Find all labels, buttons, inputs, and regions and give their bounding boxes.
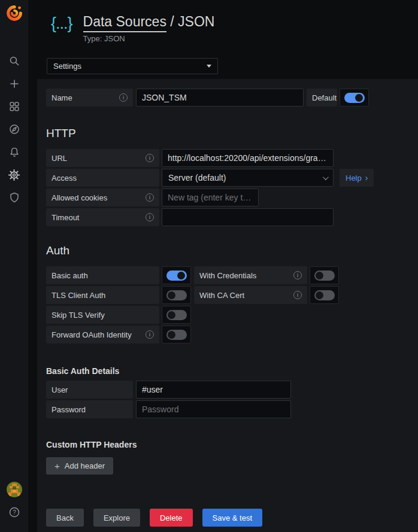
with-credentials-label: With Credentials i — [194, 266, 307, 284]
info-glyph: i — [297, 272, 298, 278]
explore-compass-icon[interactable] — [0, 123, 28, 135]
access-help-link[interactable]: Help › — [340, 169, 374, 187]
name-label: Name i — [46, 89, 133, 107]
skip-tls-verify-label-text: Skip TLS Verify — [52, 311, 105, 320]
form-row-tls-client-auth: TLS Client Auth With CA Cert i — [46, 286, 418, 304]
with-credentials-toggle[interactable] — [310, 266, 339, 284]
toggle-knob — [168, 311, 175, 319]
password-label: Password — [46, 400, 133, 418]
basic-auth-label: Basic auth — [46, 266, 159, 284]
tls-client-auth-toggle-pill — [166, 290, 187, 300]
access-select-value: Server (default) — [168, 173, 226, 183]
forward-oauth-label: Forward OAuth Identity i — [46, 326, 159, 343]
info-icon[interactable]: i — [293, 291, 302, 299]
toggle-knob — [355, 94, 363, 102]
help-icon[interactable]: ? — [0, 506, 28, 518]
breadcrumb-datasources-link[interactable]: Data Sources — [83, 14, 166, 32]
skip-tls-verify-toggle[interactable] — [162, 306, 191, 324]
tls-client-auth-label: TLS Client Auth — [46, 286, 159, 304]
name-label-text: Name — [52, 93, 72, 102]
default-toggle-pill — [344, 93, 365, 103]
url-label-text: URL — [52, 154, 67, 163]
with-ca-cert-toggle-pill — [314, 290, 335, 300]
default-label: Default — [307, 89, 337, 107]
info-glyph: i — [297, 292, 298, 298]
admin-shield-icon[interactable] — [0, 191, 28, 203]
skip-tls-verify-label: Skip TLS Verify — [46, 306, 159, 324]
info-icon[interactable]: i — [119, 93, 128, 102]
form-row-user: User — [46, 381, 418, 399]
form-row-skip-tls-verify: Skip TLS Verify — [46, 306, 418, 324]
add-header-button[interactable]: + Add header — [46, 457, 113, 475]
chevron-down-icon — [323, 174, 329, 180]
save-and-test-button[interactable]: Save & test — [202, 509, 262, 527]
toggle-knob — [168, 331, 175, 339]
basic-auth-toggle[interactable] — [162, 266, 191, 284]
plus-icon: + — [54, 461, 60, 471]
plus-icon[interactable] — [0, 78, 28, 90]
info-glyph: i — [123, 95, 124, 101]
info-icon[interactable]: i — [146, 154, 154, 162]
with-ca-cert-toggle[interactable] — [310, 286, 339, 304]
page-title: Data Sources / JSON — [83, 13, 215, 30]
access-label: Access — [46, 169, 159, 187]
add-header-button-label: Add header — [65, 461, 105, 470]
form-row-forward-oauth: Forward OAuth Identity i — [46, 326, 418, 343]
form-row-url: URL i — [46, 149, 418, 167]
info-glyph: i — [149, 332, 150, 338]
name-input[interactable] — [136, 89, 304, 107]
grafana-logo-art — [5, 4, 23, 22]
timeout-label: Timeout i — [46, 208, 159, 226]
info-glyph: i — [149, 214, 150, 220]
breadcrumb-separator: / — [166, 14, 178, 29]
password-input[interactable] — [136, 400, 291, 418]
form-cell-with-credentials: With Credentials i — [194, 266, 339, 284]
http-section-heading: HTTP — [46, 127, 418, 140]
info-icon[interactable]: i — [146, 193, 154, 202]
user-avatar[interactable] — [0, 482, 28, 497]
forward-oauth-toggle[interactable] — [162, 326, 191, 343]
user-label: User — [46, 381, 133, 399]
timeout-input[interactable] — [162, 208, 334, 226]
dashboards-icon[interactable] — [0, 101, 28, 113]
auth-section-heading: Auth — [46, 244, 418, 257]
configuration-gear-icon[interactable] — [0, 169, 28, 181]
user-input[interactable] — [136, 381, 291, 399]
default-toggle[interactable] — [340, 89, 369, 107]
info-icon[interactable]: i — [146, 213, 154, 221]
password-label-text: Password — [52, 405, 86, 414]
url-label: URL i — [46, 149, 159, 167]
with-ca-cert-label: With CA Cert i — [194, 286, 307, 304]
access-select[interactable]: Server (default) — [162, 169, 334, 187]
page-header: {...} Data Sources / JSON Type: JSON — [51, 13, 214, 43]
alerting-bell-icon[interactable] — [0, 146, 28, 158]
delete-button[interactable]: Delete — [150, 509, 193, 527]
toggle-knob — [316, 291, 323, 299]
search-icon[interactable] — [0, 55, 28, 67]
forward-oauth-label-text: Forward OAuth Identity — [52, 330, 132, 339]
url-input[interactable] — [162, 149, 334, 167]
explore-button[interactable]: Explore — [93, 509, 140, 527]
forward-oauth-toggle-pill — [166, 330, 187, 340]
allowed-cookies-input[interactable] — [162, 189, 259, 206]
tls-client-auth-toggle[interactable] — [162, 286, 191, 304]
chevron-right-icon: › — [365, 174, 368, 182]
form-row-name: Name i Default — [46, 89, 418, 107]
grafana-logo-icon[interactable] — [0, 4, 28, 22]
svg-text:?: ? — [13, 509, 16, 516]
default-label-text: Default — [312, 93, 337, 102]
settings-select[interactable]: Settings — [47, 58, 218, 74]
info-icon[interactable]: i — [146, 330, 154, 339]
basic-auth-details-heading: Basic Auth Details — [46, 366, 418, 376]
tls-client-auth-label-text: TLS Client Auth — [52, 291, 105, 300]
user-label-text: User — [52, 385, 68, 394]
toggle-knob — [168, 291, 175, 299]
back-button[interactable]: Back — [46, 509, 84, 527]
with-ca-cert-label-text: With CA Cert — [199, 291, 244, 300]
form-row-access: Access Server (default) Help › — [46, 169, 418, 187]
info-icon[interactable]: i — [293, 271, 302, 279]
sidebar: ? — [0, 0, 28, 532]
form-cell-with-ca-cert: With CA Cert i — [194, 286, 339, 304]
timeout-label-text: Timeout — [52, 213, 79, 222]
with-credentials-label-text: With Credentials — [199, 271, 256, 280]
